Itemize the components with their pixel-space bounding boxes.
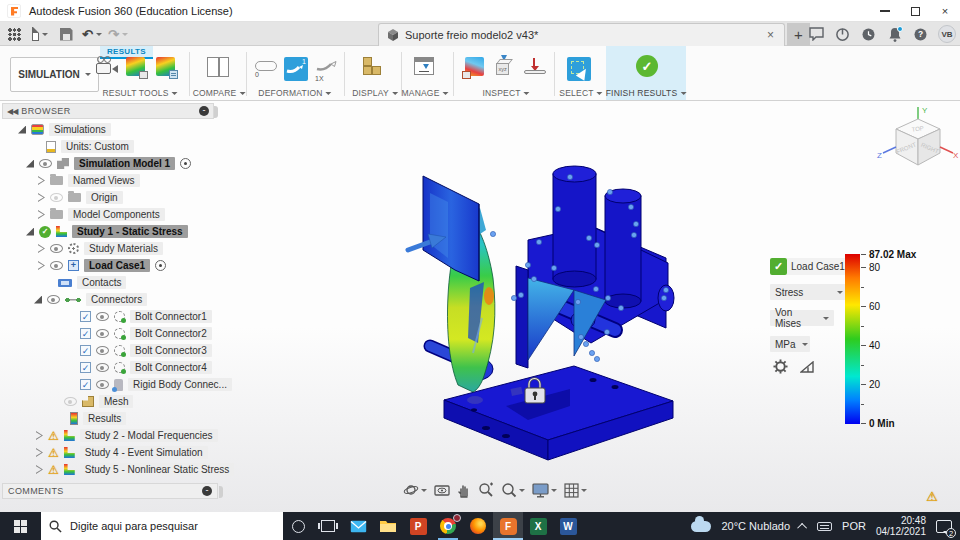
history-button[interactable] bbox=[860, 26, 877, 43]
deformation-scaled-button[interactable]: 1 bbox=[284, 57, 308, 81]
avatar[interactable]: VB bbox=[938, 25, 956, 43]
expanded-arrow-icon[interactable] bbox=[26, 160, 34, 168]
collapsed-arrow-icon[interactable] bbox=[38, 261, 45, 270]
maximize-button[interactable] bbox=[900, 0, 930, 22]
collapsed-arrow-icon[interactable] bbox=[38, 210, 45, 219]
start-button[interactable] bbox=[0, 512, 41, 540]
tree-item-results[interactable]: Results bbox=[2, 410, 214, 427]
tree-item-study5[interactable]: ⚠ Study 5 - Nonlinear Static Stress bbox=[2, 461, 214, 478]
comments-button[interactable] bbox=[808, 26, 825, 43]
checkbox-checked[interactable]: ✓ bbox=[80, 362, 91, 373]
keyboard-tray-icon[interactable] bbox=[817, 522, 832, 531]
visibility-eye-icon[interactable] bbox=[96, 329, 109, 338]
browser-header[interactable]: ◀◀ BROWSER - bbox=[2, 103, 214, 119]
display-settings-button[interactable] bbox=[532, 483, 557, 498]
measure-button[interactable]: xyz bbox=[494, 57, 514, 77]
unit-dropdown[interactable]: MPa bbox=[770, 336, 810, 352]
visibility-eye-icon[interactable] bbox=[50, 193, 63, 202]
inspect-results-button[interactable] bbox=[465, 57, 484, 76]
visibility-eye-icon[interactable] bbox=[96, 380, 109, 389]
compare-button[interactable] bbox=[207, 57, 229, 77]
tree-item-bolt-connector3[interactable]: ✓ Bolt Connector3 bbox=[2, 342, 214, 359]
taskbar-task-view-button[interactable] bbox=[313, 512, 343, 540]
tree-item-units[interactable]: Units: Custom bbox=[2, 138, 214, 155]
checkbox-checked[interactable]: ✓ bbox=[80, 328, 91, 339]
tree-item-study-materials[interactable]: Study Materials bbox=[2, 240, 214, 257]
taskbar-fusion-button[interactable]: F bbox=[493, 512, 523, 540]
visibility-eye-icon[interactable] bbox=[50, 261, 63, 270]
visibility-eye-icon[interactable] bbox=[50, 244, 63, 253]
close-button[interactable]: × bbox=[930, 0, 960, 22]
group-result-tools[interactable]: RESULT TOOLS bbox=[102, 88, 177, 98]
checkbox-checked[interactable]: ✓ bbox=[80, 311, 91, 322]
visibility-eye-icon[interactable] bbox=[64, 397, 77, 406]
tree-item-contacts[interactable]: Contacts bbox=[2, 274, 214, 291]
tree-item-load-case[interactable]: + Load Case1 bbox=[2, 257, 214, 274]
select-button[interactable] bbox=[567, 57, 591, 81]
panel-minimize-icon[interactable]: - bbox=[199, 106, 209, 116]
view-cube[interactable]: Y TOP FRONT RIGHT X Z bbox=[876, 105, 960, 191]
group-manage[interactable]: MANAGE bbox=[401, 88, 448, 98]
visibility-eye-icon[interactable] bbox=[96, 312, 109, 321]
deformation-actual-button[interactable]: 1X bbox=[315, 57, 339, 82]
probe-button[interactable] bbox=[524, 57, 546, 78]
taskbar-firefox-button[interactable] bbox=[463, 512, 493, 540]
job-status-button[interactable] bbox=[834, 26, 851, 43]
tree-item-study2[interactable]: ⚠ Study 2 - Modal Frequencies bbox=[2, 427, 214, 444]
look-at-button[interactable] bbox=[434, 483, 450, 497]
tree-item-bolt-connector4[interactable]: ✓ Bolt Connector4 bbox=[2, 359, 214, 376]
tree-item-simulations[interactable]: Simulations bbox=[2, 121, 214, 138]
tree-item-bolt-connector2[interactable]: ✓ Bolt Connector2 bbox=[2, 325, 214, 342]
expanded-arrow-icon[interactable] bbox=[34, 296, 42, 304]
collapsed-arrow-icon[interactable] bbox=[38, 244, 45, 253]
visibility-eye-icon[interactable] bbox=[39, 159, 52, 168]
group-inspect[interactable]: INSPECT bbox=[482, 88, 529, 98]
workspace-selector[interactable]: SIMULATION bbox=[10, 57, 99, 92]
tree-item-model-components[interactable]: Model Components bbox=[2, 206, 214, 223]
app-grid-menu-button[interactable] bbox=[6, 26, 22, 42]
undo-button[interactable]: ↶ bbox=[84, 26, 100, 42]
new-tab-button[interactable]: + bbox=[787, 23, 810, 46]
component-dropdown[interactable]: Von Mises bbox=[770, 310, 834, 326]
help-button[interactable]: ? bbox=[912, 26, 929, 43]
checkbox-checked[interactable]: ✓ bbox=[80, 379, 91, 390]
display-mesh-button[interactable] bbox=[363, 57, 383, 77]
gear-icon[interactable] bbox=[773, 359, 788, 374]
taskbar-explorer-button[interactable] bbox=[373, 512, 403, 540]
orbit-button[interactable] bbox=[403, 482, 427, 498]
document-tab-close-icon[interactable]: × bbox=[765, 28, 776, 42]
collapsed-arrow-icon[interactable] bbox=[36, 465, 43, 474]
viewport-warning-icon[interactable]: ⚠ bbox=[926, 489, 938, 504]
taskbar-cortana-button[interactable] bbox=[283, 512, 313, 540]
tree-item-connectors[interactable]: Connectors bbox=[2, 291, 214, 308]
minimize-button[interactable] bbox=[870, 0, 900, 22]
collapsed-arrow-icon[interactable] bbox=[36, 448, 43, 457]
expanded-arrow-icon[interactable] bbox=[18, 126, 26, 134]
group-deformation[interactable]: DEFORMATION bbox=[258, 88, 331, 98]
group-display[interactable]: DISPLAY bbox=[352, 88, 398, 98]
search-input[interactable] bbox=[70, 520, 250, 532]
result-type-dropdown[interactable]: Stress bbox=[770, 284, 848, 300]
clock[interactable]: 20:48 04/12/2021 bbox=[876, 515, 926, 537]
tree-item-mesh[interactable]: Mesh bbox=[2, 393, 214, 410]
legend-scale-icon[interactable] bbox=[800, 361, 814, 373]
zoom-button[interactable] bbox=[478, 482, 494, 498]
activate-target-icon[interactable] bbox=[180, 158, 191, 169]
expanded-arrow-icon[interactable] bbox=[26, 228, 34, 236]
taskbar-chrome-button[interactable] bbox=[433, 512, 463, 540]
panel-minimize-icon[interactable]: - bbox=[202, 486, 212, 496]
taskbar-word-button[interactable]: W bbox=[553, 512, 583, 540]
action-center-button[interactable]: 2 bbox=[936, 520, 952, 533]
visibility-eye-icon[interactable] bbox=[96, 363, 109, 372]
group-finish-results[interactable]: FINISH RESULTS bbox=[606, 88, 687, 98]
tray-expand-icon[interactable] bbox=[797, 522, 807, 532]
manage-settings-button[interactable] bbox=[414, 57, 434, 75]
file-menu-button[interactable] bbox=[32, 26, 48, 42]
fit-button[interactable] bbox=[501, 482, 525, 498]
legend-options-button[interactable] bbox=[156, 57, 175, 76]
model-static-stress-view[interactable] bbox=[378, 138, 700, 483]
checkbox-checked[interactable]: ✓ bbox=[80, 345, 91, 356]
animate-button[interactable] bbox=[96, 57, 118, 76]
tree-item-named-views[interactable]: Named Views bbox=[2, 172, 214, 189]
redo-button[interactable]: ↷ bbox=[110, 26, 126, 42]
